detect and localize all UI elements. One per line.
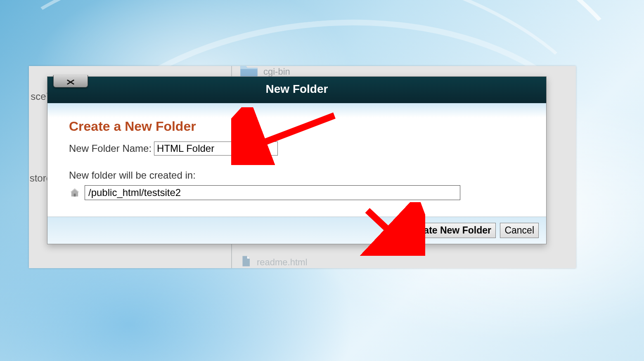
folder-name-input[interactable] xyxy=(154,142,278,156)
bg-file-row: readme.html xyxy=(239,255,307,268)
cancel-button[interactable]: Cancel xyxy=(500,223,539,238)
close-icon xyxy=(66,75,75,88)
folder-name-row: New Folder Name: xyxy=(69,142,525,156)
create-new-folder-button[interactable]: Create New Folder xyxy=(403,223,496,238)
file-icon xyxy=(239,255,252,268)
dialog-footer: Create New Folder Cancel xyxy=(47,217,546,244)
dialog-close-button[interactable] xyxy=(53,75,88,87)
dialog-title: New Folder xyxy=(266,83,328,95)
bg-file-label: readme.html xyxy=(257,257,307,268)
dialog-body: Create a New Folder New Folder Name: New… xyxy=(47,103,546,217)
home-icon xyxy=(69,187,80,198)
dialog-heading: Create a New Folder xyxy=(69,119,525,134)
dialog-titlebar: New Folder xyxy=(47,77,546,103)
folder-name-label: New Folder Name: xyxy=(69,143,152,154)
new-folder-dialog: New Folder Create a New Folder New Folde… xyxy=(47,76,547,244)
location-input[interactable] xyxy=(85,185,460,200)
bg-folder-label: cgi-bin xyxy=(263,66,290,77)
location-label: New folder will be created in: xyxy=(69,170,525,181)
location-row xyxy=(69,185,525,200)
